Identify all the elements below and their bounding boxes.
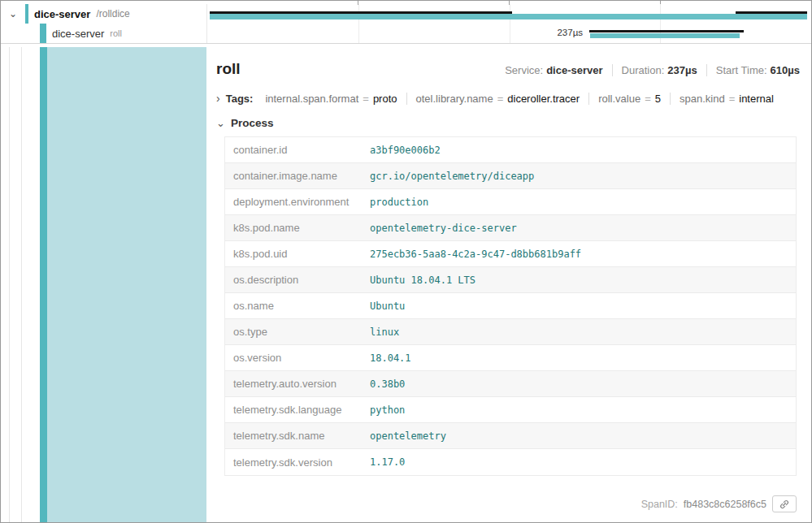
span-meta-item: Service:dice-server <box>505 64 602 76</box>
span-bar-overlay <box>589 30 744 32</box>
span-bar-overlay <box>210 11 512 14</box>
process-table-row: deployment.environment production <box>225 189 796 215</box>
span-bar[interactable] <box>590 33 740 38</box>
meta-value: 237µs <box>667 64 697 76</box>
process-table-row: container.id a3bf90e006b2 <box>225 137 796 163</box>
tree-guide-line <box>21 47 22 522</box>
process-key: telemetry.auto.version <box>225 378 370 390</box>
process-table-row: container.image.name gcr.io/opentelemetr… <box>225 163 796 189</box>
span-id-label: SpanID: <box>641 499 678 510</box>
tree-guide-line <box>9 47 10 522</box>
meta-label: Duration: <box>622 64 665 76</box>
tag-key: otel.library.name <box>416 93 493 105</box>
process-value: production <box>370 197 428 208</box>
tag-summary-item: internal.span.format=proto <box>256 93 406 105</box>
tree-gutter <box>1 47 40 522</box>
span-id-value: fb483c8c6258f6c5 <box>684 499 766 510</box>
process-key: deployment.environment <box>225 196 370 208</box>
grid-line <box>358 24 359 43</box>
process-value: 1.17.0 <box>370 456 405 468</box>
span-detail-footer: SpanID: fb483c8c6258f6c5 <box>216 487 800 516</box>
chevron-down-icon[interactable]: ⌄ <box>6 8 20 19</box>
process-key: container.id <box>225 144 370 156</box>
process-label: Process <box>231 117 274 129</box>
service-color-bar <box>25 4 28 24</box>
process-key: os.name <box>225 300 370 312</box>
span-bar[interactable] <box>210 14 807 19</box>
process-table-row: os.version 18.04.1 <box>225 345 796 371</box>
service-name: dice-server <box>34 8 90 20</box>
meta-label: Start Time: <box>716 64 767 76</box>
span-detail-header: roll Service:dice-server Duration:237µs … <box>216 60 800 78</box>
process-table-row: telemetry.sdk.name opentelemetry <box>225 423 796 449</box>
span-detail-panel: roll Service:dice-server Duration:237µs … <box>206 47 811 522</box>
span-row-root-track[interactable] <box>206 4 811 24</box>
chevron-down-icon[interactable]: ⌄ <box>216 117 225 129</box>
tags-summary: internal.span.format=proto otel.library.… <box>256 93 783 105</box>
tag-value: internal <box>739 93 774 105</box>
process-value: 18.04.1 <box>370 352 411 364</box>
span-title: roll <box>216 60 241 78</box>
meta-value: 610µs <box>771 64 800 76</box>
process-value: opentelemetry <box>370 430 446 442</box>
process-key: os.type <box>225 326 370 338</box>
link-icon <box>779 499 790 510</box>
process-value: linux <box>370 326 399 338</box>
tag-key: span.kind <box>680 93 725 105</box>
tag-summary-item: span.kind=internal <box>670 93 783 105</box>
service-color-bar <box>40 24 46 43</box>
process-key: telemetry.sdk.name <box>225 430 370 442</box>
process-value: 275ecb36-5aa8-4c2a-9c47-d8bb681b9aff <box>370 249 581 260</box>
tag-equals: = <box>645 93 651 105</box>
span-row-selected-label[interactable]: dice-server roll <box>1 24 206 43</box>
tag-summary-item: otel.library.name=diceroller.tracer <box>406 93 589 105</box>
process-key: k8s.pod.name <box>225 222 370 234</box>
process-key-values-table: container.id a3bf90e006b2 container.imag… <box>224 136 797 476</box>
process-accordion-header[interactable]: ⌄ Process <box>216 117 800 129</box>
service-color-strip <box>40 47 47 522</box>
process-table-row: telemetry.sdk.version 1.17.0 <box>225 449 796 475</box>
tags-label: Tags: <box>226 93 254 105</box>
span-duration-label: 237µs <box>485 28 583 37</box>
tag-value: diceroller.tracer <box>507 93 580 105</box>
process-key: os.version <box>225 352 370 364</box>
process-table-row: os.description Ubuntu 18.04.1 LTS <box>225 267 796 293</box>
span-row-root-label[interactable]: ⌄ dice-server /rolldice <box>1 4 206 24</box>
process-value: python <box>370 404 405 416</box>
tag-key: roll.value <box>598 93 640 105</box>
span-row-root[interactable]: ⌄ dice-server /rolldice <box>1 1 811 24</box>
operation-name: roll <box>110 28 122 38</box>
chevron-right-icon[interactable]: › <box>216 92 220 105</box>
process-table-row: telemetry.auto.version 0.38b0 <box>225 371 796 397</box>
span-detail-area: roll Service:dice-server Duration:237µs … <box>1 47 811 522</box>
process-key: telemetry.sdk.version <box>225 456 370 469</box>
span-row-selected[interactable]: dice-server roll 237µs <box>1 24 811 44</box>
jaeger-trace-detail-page: ⌄ dice-server /rolldice dice-server roll <box>0 0 812 523</box>
tag-value: proto <box>373 93 397 105</box>
span-meta: Service:dice-server Duration:237µs Start… <box>505 64 800 76</box>
tags-accordion-header[interactable]: › Tags: internal.span.format=proto otel.… <box>216 92 800 105</box>
span-meta-item: Start Time:610µs <box>706 64 800 76</box>
process-value: a3bf90e006b2 <box>370 145 441 156</box>
process-key: os.description <box>225 274 370 286</box>
tag-summary-item: roll.value=5 <box>588 93 670 105</box>
process-value: 0.38b0 <box>370 378 405 390</box>
tag-equals: = <box>363 93 369 105</box>
process-key: container.image.name <box>225 170 370 182</box>
process-value: Ubuntu 18.04.1 LTS <box>370 274 475 286</box>
span-meta-item: Duration:237µs <box>612 64 697 76</box>
deep-link-button[interactable] <box>772 495 797 512</box>
meta-value: dice-server <box>546 64 602 76</box>
trace-timeline: ⌄ dice-server /rolldice dice-server roll <box>1 1 811 47</box>
process-table-row: os.name Ubuntu <box>225 293 796 319</box>
process-key: telemetry.sdk.language <box>225 404 370 416</box>
process-table-row: telemetry.sdk.language python <box>225 397 796 423</box>
process-table-row: os.type linux <box>225 319 796 345</box>
process-value: opentelemetry-dice-server <box>370 223 517 234</box>
process-table-row: k8s.pod.name opentelemetry-dice-server <box>225 215 796 241</box>
tag-equals: = <box>729 93 736 105</box>
span-row-selected-track[interactable]: 237µs <box>206 24 811 43</box>
process-table-row: k8s.pod.uid 275ecb36-5aa8-4c2a-9c47-d8bb… <box>225 241 796 267</box>
service-name: dice-server <box>52 28 104 40</box>
tag-key: internal.span.format <box>265 93 358 105</box>
